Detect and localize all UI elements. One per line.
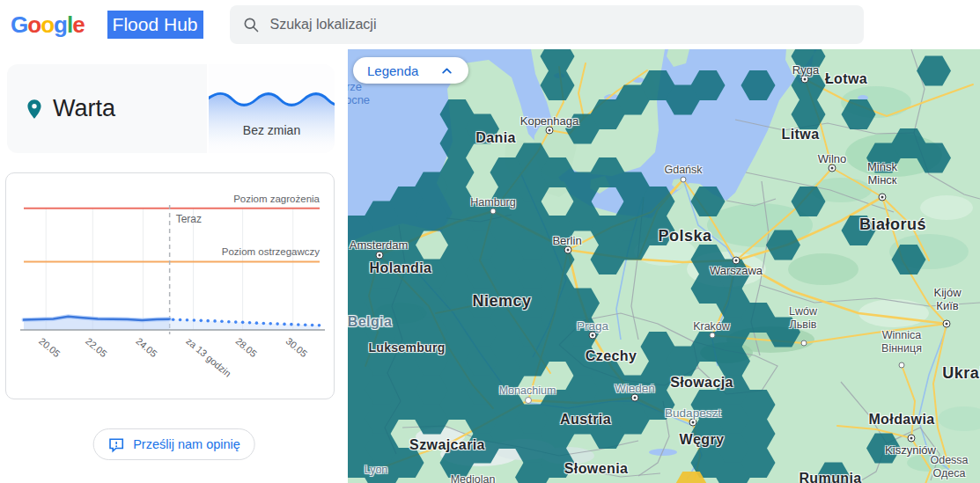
google-logo[interactable]: Google [11,11,85,39]
map-marker-wilno[interactable] [829,165,836,172]
map-marker-berlin[interactable] [564,246,572,254]
map-marker-praga[interactable] [589,332,597,340]
map-marker-gda-sk[interactable] [681,177,687,183]
map-marker-budapeszt[interactable] [689,419,697,427]
map-marker-kiszyni-w[interactable] [908,435,916,443]
water-level-chart-card: Poziom zagrożeniaPoziom ostrzegawczyTera… [5,172,335,399]
legend-toggle-button[interactable]: Legenda [353,57,468,84]
water-level-chart: Poziom zagrożeniaPoziom ostrzegawczyTera… [6,173,334,399]
search-input[interactable] [270,17,851,33]
feedback-button[interactable]: Prześlij nam opinię [92,428,255,460]
map-marker-kij-w[interactable] [943,320,951,328]
search-icon [242,16,260,33]
place-pin-icon [23,98,46,121]
map-marker-wiede-[interactable] [631,394,639,402]
svg-text:20.05: 20.05 [37,335,63,359]
map-marker-warszawa[interactable] [733,257,741,265]
svg-text:za 13 godzin: za 13 godzin [184,335,233,378]
svg-text:Poziom zagrożenia: Poziom zagrożenia [233,194,320,204]
location-summary: Warta Bez zmian [7,64,335,153]
map-marker-monachium[interactable] [525,397,532,404]
legend-label: Legenda [367,63,418,78]
svg-text:30.05: 30.05 [284,335,309,359]
chevron-up-icon [439,63,454,78]
top-bar: Google Flood Hub [0,0,980,49]
trend-card: Bez zmian [209,64,335,153]
feedback-icon [107,436,124,453]
water-wave-graphic [209,64,335,153]
map-marker-mi-sk[interactable] [879,194,887,201]
svg-text:Teraz: Teraz [176,213,202,225]
sidebar: Warta Bez zmian Pozio [0,49,348,483]
map-marker-hamburg[interactable] [490,209,497,215]
app-title: Flood Hub [107,11,203,39]
trend-label: Bez zmian [243,123,300,137]
flood-map[interactable]: MorzePółnocneDaniaKopenhagaGdańskRygaŁot… [348,49,980,483]
location-name: Warta [53,95,115,122]
svg-text:Poziom ostrzegawczy: Poziom ostrzegawczy [222,246,320,257]
flood-hub-app: Google Flood Hub Warta [0,0,980,483]
map-marker-winnica[interactable] [899,362,905,369]
svg-text:24.05: 24.05 [134,335,159,359]
search-box[interactable] [230,5,864,44]
map-marker-ryga[interactable] [801,76,809,84]
svg-text:22.05: 22.05 [84,335,109,359]
map-marker-lw-w[interactable] [801,340,807,347]
feedback-label: Prześlij nam opinię [133,437,240,451]
map-canvas [348,49,980,483]
map-marker-krak-w[interactable] [710,333,716,339]
svg-text:28.05: 28.05 [233,335,259,359]
map-marker-kopenhaga[interactable] [546,127,554,135]
map-marker-amsterdam[interactable] [376,252,384,260]
location-card[interactable]: Warta [7,64,207,153]
